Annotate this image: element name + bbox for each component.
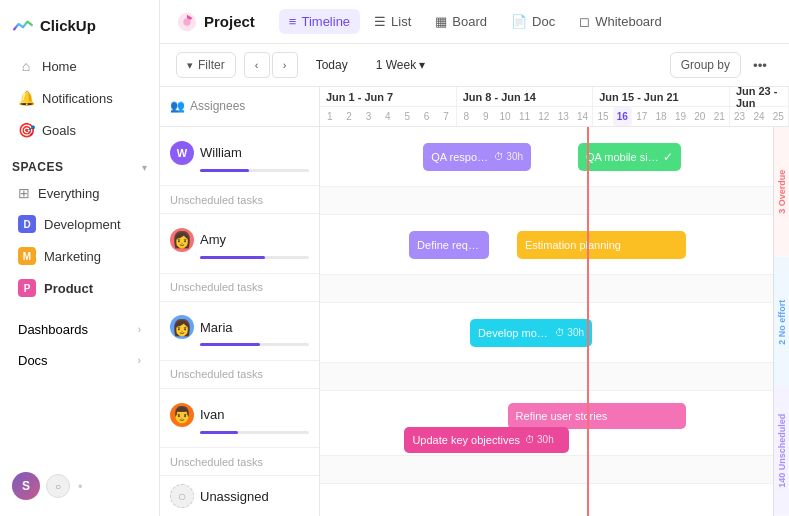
william-avatar: W xyxy=(170,141,194,165)
amy-progress-bg xyxy=(200,256,309,259)
task-bar-develop-mobile[interactable]: Develop mobile app ⏱ 30h xyxy=(470,319,592,347)
user-avatar[interactable]: S xyxy=(12,472,40,500)
today-button[interactable]: Today xyxy=(306,53,358,77)
clickup-logo-icon xyxy=(12,14,34,36)
next-button[interactable]: › xyxy=(272,52,298,78)
prev-button[interactable]: ‹ xyxy=(244,52,270,78)
sidebar-item-product[interactable]: P Product xyxy=(6,273,153,303)
app-logo[interactable]: ClickUp xyxy=(0,0,159,46)
project-icon xyxy=(176,11,198,33)
sidebar-item-notifications[interactable]: 🔔 Notifications xyxy=(6,83,153,113)
spaces-section-header: Spaces ▾ xyxy=(0,150,159,178)
main-content: Project ≡ Timeline ☰ List ▦ Board 📄 Doc … xyxy=(160,0,789,516)
task-bar-qa-responsive[interactable]: QA responsive breakpoints ⏱ 30h xyxy=(423,143,531,171)
date-days-2: 8 9 10 11 12 13 14 xyxy=(457,107,593,126)
gantt-dates-header: Jun 1 - Jun 7 1 2 3 4 5 6 7 Jun 8 - Jun … xyxy=(320,87,789,127)
task-bar-estimation[interactable]: Estimation planning xyxy=(517,231,686,259)
william-progress-bg xyxy=(200,169,309,172)
project-title: Project xyxy=(176,11,255,33)
app-name: ClickUp xyxy=(40,17,96,34)
group-by-button[interactable]: Group by xyxy=(670,52,741,78)
tab-label: Timeline xyxy=(301,14,350,29)
no-effort-label[interactable]: 2 No effort xyxy=(774,257,789,387)
unscheduled-label[interactable]: 140 Unscheduled xyxy=(774,386,789,516)
tab-board[interactable]: ▦ Board xyxy=(425,9,497,34)
nav-section: ⌂ Home 🔔 Notifications 🎯 Goals xyxy=(0,46,159,150)
sidebar-item-everything[interactable]: ⊞ Everything xyxy=(6,179,153,207)
maria-unscheduled-row: Unscheduled tasks xyxy=(160,361,319,389)
spaces-collapse-icon[interactable]: ▾ xyxy=(142,162,147,173)
ivan-progress-bg xyxy=(200,431,309,434)
nav-arrows: ‹ › xyxy=(244,52,298,78)
more-options-button[interactable]: ••• xyxy=(747,52,773,78)
date-group-4-header: Jun 23 - Jun xyxy=(730,87,788,107)
filter-button[interactable]: ▾ Filter xyxy=(176,52,236,78)
date-days-4: 23 24 25 xyxy=(730,107,788,126)
amy-unscheduled-label: Unscheduled tasks xyxy=(170,281,309,293)
date-day: 19 xyxy=(671,107,690,126)
task-time: ⏱ 30h xyxy=(494,151,523,162)
doc-icon: 📄 xyxy=(511,14,527,29)
overdue-label[interactable]: 3 Overdue xyxy=(774,127,789,257)
amy-unscheduled-row: Unscheduled tasks xyxy=(160,274,319,302)
tab-doc[interactable]: 📄 Doc xyxy=(501,9,565,34)
date-day: 1 xyxy=(320,107,339,126)
date-day-today: 16 xyxy=(613,107,632,126)
group-by-label: Group by xyxy=(681,58,730,72)
date-day: 17 xyxy=(632,107,651,126)
gantt-chart: 👥 Assignees W William Unscheduled tasks xyxy=(160,87,789,516)
task-bar-update-objectives[interactable]: Update key objectives ⏱ 30h xyxy=(404,427,568,453)
date-day: 11 xyxy=(515,107,534,126)
date-group-4: Jun 23 - Jun 23 24 25 xyxy=(730,87,789,126)
week-select-button[interactable]: 1 Week ▾ xyxy=(366,53,435,77)
unassigned-row: ○ Unassigned xyxy=(160,476,319,516)
sidebar-item-development[interactable]: D Development xyxy=(6,209,153,239)
chevron-down-icon: ▾ xyxy=(419,58,425,72)
task-label: Estimation planning xyxy=(525,239,621,251)
docs-arrow-icon: › xyxy=(138,355,141,366)
task-bar-define-req[interactable]: Define requirements xyxy=(409,231,489,259)
assignee-row-ivan: 👨 Ivan xyxy=(160,389,319,449)
unassigned-name: Unassigned xyxy=(200,489,269,504)
right-side-labels: 3 Overdue 2 No effort 140 Unscheduled xyxy=(773,127,789,516)
sidebar-item-goals[interactable]: 🎯 Goals xyxy=(6,115,153,145)
board-icon: ▦ xyxy=(435,14,447,29)
week-label: 1 Week xyxy=(376,58,416,72)
ivan-name: Ivan xyxy=(200,407,225,422)
filter-icon: ▾ xyxy=(187,59,193,72)
tab-timeline[interactable]: ≡ Timeline xyxy=(279,9,360,34)
ivan-progress-fill xyxy=(200,431,238,434)
task-bar-qa-mobile[interactable]: QA mobile signup.. ✓ xyxy=(578,143,681,171)
gantt-row-maria: Develop mobile app ⏱ 30h xyxy=(320,303,789,363)
page-header: Project ≡ Timeline ☰ List ▦ Board 📄 Doc … xyxy=(160,0,789,44)
assignees-label: Assignees xyxy=(190,99,245,113)
sidebar-item-marketing[interactable]: M Marketing xyxy=(6,241,153,271)
date-group-3-header: Jun 15 - Jun 21 xyxy=(593,87,729,107)
toolbar: ▾ Filter ‹ › Today 1 Week ▾ Group by ••• xyxy=(160,44,789,87)
sidebar-item-dashboards[interactable]: Dashboards › xyxy=(6,315,153,344)
product-dot: P xyxy=(18,279,36,297)
assignees-header: 👥 Assignees xyxy=(160,87,319,127)
task-label: Update key objectives xyxy=(412,434,520,446)
date-day: 10 xyxy=(495,107,514,126)
footer-dots: • xyxy=(78,479,83,494)
tab-whiteboard[interactable]: ◻ Whiteboard xyxy=(569,9,671,34)
sidebar-item-docs[interactable]: Docs › xyxy=(6,346,153,375)
task-bar-refine-stories[interactable]: Refine user stories xyxy=(508,403,686,429)
date-day: 24 xyxy=(749,107,768,126)
home-icon: ⌂ xyxy=(18,58,34,74)
maria-name: Maria xyxy=(200,320,233,335)
filter-label: Filter xyxy=(198,58,225,72)
gantt-chart-area: Jun 1 - Jun 7 1 2 3 4 5 6 7 Jun 8 - Jun … xyxy=(320,87,789,516)
secondary-avatar[interactable]: ○ xyxy=(46,474,70,498)
date-day: 15 xyxy=(593,107,612,126)
tab-list[interactable]: ☰ List xyxy=(364,9,421,34)
toolbar-right: Group by ••• xyxy=(670,52,773,78)
assignee-row-william: W William xyxy=(160,127,319,187)
date-group-2: Jun 8 - Jun 14 8 9 10 11 12 13 14 xyxy=(457,87,594,126)
sidebar-item-label: Goals xyxy=(42,123,76,138)
date-day: 12 xyxy=(534,107,553,126)
task-label: QA mobile signup.. xyxy=(586,151,663,163)
gantt-row-amy-unscheduled xyxy=(320,275,789,303)
sidebar-item-home[interactable]: ⌂ Home xyxy=(6,51,153,81)
